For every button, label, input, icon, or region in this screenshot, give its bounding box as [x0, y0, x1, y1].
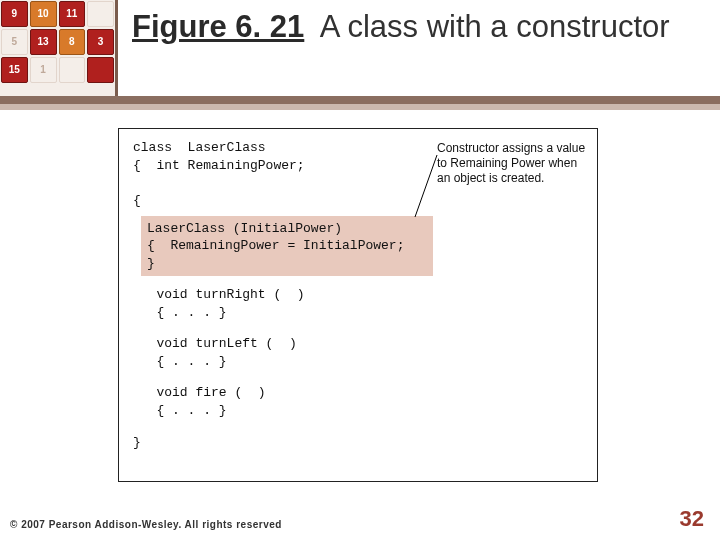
svg-line-0	[415, 155, 437, 217]
code-line: void turnRight ( )	[133, 286, 583, 304]
decor-tile	[59, 57, 86, 83]
code-line: { . . . }	[133, 353, 583, 371]
header-strip-light	[0, 104, 720, 110]
decor-tile: 1	[30, 57, 57, 83]
code-line: { . . . }	[133, 304, 583, 322]
code-line: }	[133, 434, 583, 452]
figure-label: Figure 6. 21	[132, 9, 304, 44]
decor-tile: 5	[1, 29, 28, 55]
page-number: 32	[680, 506, 704, 532]
code-line: void turnLeft ( )	[133, 335, 583, 353]
constructor-highlight: LaserClass (InitialPower) { RemainingPow…	[141, 216, 433, 277]
copyright-footer: © 2007 Pearson Addison-Wesley. All right…	[10, 519, 282, 530]
slide-title: Figure 6. 21 A class with a constructor	[132, 8, 692, 47]
decor-tile: 3	[87, 29, 114, 55]
code-brace: {	[133, 192, 583, 210]
figure-box: class LaserClass { int RemainingPower; {…	[118, 128, 598, 482]
code-line: }	[147, 255, 427, 273]
decor-tile: 15	[1, 57, 28, 83]
annotation-line	[419, 155, 439, 225]
decor-tile	[87, 57, 114, 83]
decor-tiles: 91011 51383 151	[0, 0, 118, 104]
decor-tile: 8	[59, 29, 86, 55]
figure-caption: A class with a constructor	[320, 9, 670, 44]
decor-tile: 13	[30, 29, 57, 55]
code-line: LaserClass (InitialPower)	[147, 220, 427, 238]
decor-tile	[87, 1, 114, 27]
code-line: void fire ( )	[133, 384, 583, 402]
decor-tile: 10	[30, 1, 57, 27]
decor-tile: 9	[1, 1, 28, 27]
header-strip	[0, 96, 720, 104]
decor-tile: 11	[59, 1, 86, 27]
annotation-text: Constructor assigns a value to Remaining…	[437, 141, 587, 186]
code-line: { RemainingPower = InitialPower;	[147, 237, 427, 255]
code-line: { . . . }	[133, 402, 583, 420]
